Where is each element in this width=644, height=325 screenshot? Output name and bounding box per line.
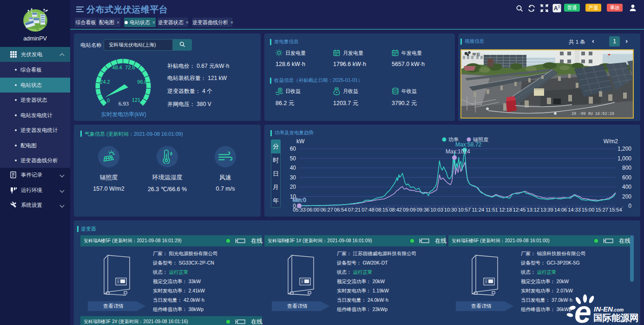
svg-text:14:33: 14:33 [568, 207, 581, 212]
svg-text:15:54: 15:54 [609, 207, 622, 212]
svg-text:400: 400 [622, 184, 631, 190]
svg-text:11:24: 11:24 [472, 207, 484, 212]
svg-text:Max:58.72: Max:58.72 [455, 141, 481, 148]
svg-text:600: 600 [622, 174, 631, 181]
svg-text:06:00: 06:00 [307, 207, 320, 212]
svg-text:14:06: 14:06 [554, 207, 567, 212]
svg-text:11:51: 11:51 [486, 207, 498, 212]
svg-text:200: 200 [622, 193, 631, 200]
svg-text:10:03: 10:03 [430, 207, 443, 212]
svg-text:0: 0 [628, 203, 631, 209]
svg-text:10:30: 10:30 [444, 207, 457, 212]
svg-text:08:15: 08:15 [375, 207, 388, 212]
svg-text:09:36: 09:36 [417, 207, 430, 212]
svg-text:W/m2: W/m2 [604, 138, 618, 145]
svg-text:12:18: 12:18 [499, 207, 512, 212]
svg-text:09:09: 09:09 [403, 207, 416, 212]
svg-text:06:54: 06:54 [334, 207, 347, 212]
svg-text:08:42: 08:42 [389, 207, 402, 212]
svg-text:06:27: 06:27 [320, 207, 333, 212]
svg-text:文: 文 [558, 5, 561, 8]
svg-text:IN-EN.com: IN-EN.com [594, 305, 624, 313]
svg-text:15:27: 15:27 [595, 207, 608, 212]
svg-text:甲石: 甲石 [473, 53, 480, 57]
svg-text:07:48: 07:48 [361, 207, 375, 212]
svg-text:20 -09 0U 16:02:28: 20 -09 0U 16:02:28 [572, 112, 614, 116]
svg-text:24.2: 24.2 [100, 79, 110, 85]
svg-text:72.6: 72.6 [125, 65, 135, 70]
svg-text:13:39: 13:39 [540, 207, 553, 212]
svg-text:40: 40 [290, 165, 296, 171]
svg-text:48.4: 48.4 [112, 65, 122, 70]
svg-text:国际能源网: 国际能源网 [593, 312, 639, 323]
svg-text:07:21: 07:21 [348, 207, 361, 212]
svg-text:96.8: 96.8 [137, 79, 147, 85]
svg-text:12:45: 12:45 [513, 207, 526, 212]
svg-text:13:12: 13:12 [526, 207, 539, 212]
svg-text:kW: kW [296, 138, 305, 145]
svg-text:Max:1014: Max:1014 [446, 148, 470, 155]
svg-text:800: 800 [622, 165, 631, 171]
svg-text:1,000: 1,000 [618, 155, 631, 162]
svg-text:50: 50 [290, 155, 296, 162]
svg-text:e: e [574, 295, 591, 325]
svg-text:Min:0: Min:0 [292, 197, 306, 203]
svg-text:1,200: 1,200 [618, 146, 631, 152]
svg-text:60: 60 [290, 146, 296, 152]
svg-text:30: 30 [290, 174, 296, 181]
svg-text:20: 20 [290, 184, 296, 190]
svg-text:10:57: 10:57 [458, 207, 471, 212]
svg-text:15:00: 15:00 [582, 207, 595, 212]
